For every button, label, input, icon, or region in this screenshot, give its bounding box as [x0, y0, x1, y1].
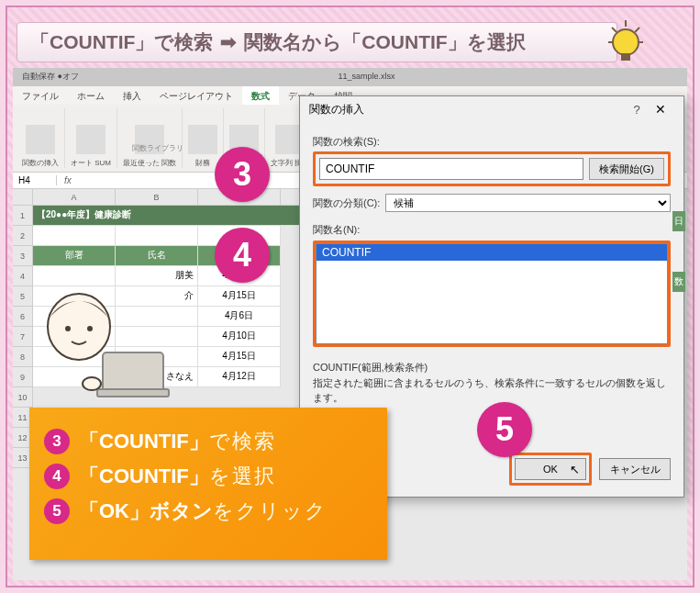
- row-1[interactable]: 1: [13, 206, 33, 226]
- ribbon-autosum[interactable]: オート SUM: [65, 108, 117, 168]
- cell-date[interactable]: 4月6日: [198, 307, 281, 327]
- ribbon-fx[interactable]: 関数の挿入: [17, 108, 65, 168]
- cell-date[interactable]: 4月10日: [198, 327, 281, 347]
- svg-point-9: [87, 326, 93, 331]
- steps-box: 3 「COUNTIF」 で検索 4 「COUNTIF」 を選択 5 「OK」ボタ…: [29, 408, 387, 560]
- arrow-icon: ➡: [220, 31, 237, 53]
- partial-header-day: 日: [672, 211, 685, 231]
- svg-point-8: [65, 326, 71, 331]
- step-line-4: 4 「COUNTIF」 を選択: [44, 463, 372, 490]
- search-input[interactable]: [319, 158, 583, 180]
- cell-reference[interactable]: H4: [13, 175, 57, 185]
- tip-part1: 「COUNTIF」で検索: [30, 29, 213, 55]
- sigma-icon: [76, 125, 106, 154]
- ribbon-library-label: 関数ライブラリ: [132, 143, 183, 153]
- function-list[interactable]: COUNTIF: [316, 243, 668, 344]
- function-description: COUNTIF(範囲,検索条件) 指定された範囲に含まれるセルのうち、検索条件に…: [313, 360, 671, 406]
- fx-icon: [26, 125, 55, 154]
- hdr-name[interactable]: 氏名: [116, 246, 198, 266]
- ok-button[interactable]: OK ↖: [515, 458, 586, 480]
- filename: 11_sample.xlsx: [338, 72, 394, 81]
- tab-home[interactable]: ホーム: [68, 86, 114, 105]
- step-line-5: 5 「OK」ボタン をクリック: [44, 498, 372, 525]
- money-icon: [188, 125, 217, 154]
- cell-date[interactable]: 4月15日: [198, 347, 281, 367]
- svg-rect-11: [97, 389, 169, 397]
- function-syntax: COUNTIF(範囲,検索条件): [313, 360, 671, 375]
- ribbon-recent[interactable]: 最近使った 関数: [117, 108, 183, 168]
- tab-insert[interactable]: 挿入: [114, 86, 150, 105]
- partial-header-count: 数: [672, 272, 685, 292]
- step-badge-4: 4: [215, 228, 270, 283]
- svg-point-7: [48, 294, 110, 360]
- svg-point-0: [613, 29, 639, 55]
- search-highlight: 検索開始(G): [313, 151, 671, 186]
- svg-rect-10: [103, 352, 163, 393]
- tip-part2: 関数名から「COUNTIF」を選択: [244, 29, 525, 55]
- step-badge-5: 5: [477, 402, 532, 457]
- svg-rect-1: [621, 53, 630, 61]
- funcname-label: 関数名(N):: [313, 223, 671, 237]
- step-badge-3: 3: [215, 147, 270, 202]
- dialog-title: 関数の挿入: [309, 102, 364, 117]
- cell-date[interactable]: 4月12日: [198, 367, 281, 387]
- cursor-icon: ↖: [570, 463, 580, 476]
- tab-file[interactable]: ファイル: [13, 86, 68, 105]
- search-label: 関数の検索(S):: [313, 135, 671, 149]
- fx-label[interactable]: fx: [57, 175, 79, 185]
- small-badge-5: 5: [44, 498, 70, 524]
- funclist-highlight: COUNTIF: [313, 241, 671, 347]
- category-label: 関数の分類(C):: [313, 196, 380, 210]
- dialog-titlebar[interactable]: 関数の挿入 ? ✕: [300, 96, 683, 122]
- tab-formulas[interactable]: 数式: [242, 86, 279, 105]
- cell-date[interactable]: 4月15日: [198, 286, 281, 307]
- help-button[interactable]: ?: [627, 103, 647, 117]
- row-2[interactable]: 2: [13, 226, 33, 246]
- ok-highlight: OK ↖: [509, 453, 592, 486]
- small-badge-4: 4: [44, 464, 70, 489]
- cancel-button[interactable]: キャンセル: [599, 458, 671, 480]
- small-badge-3: 3: [44, 429, 70, 454]
- svg-line-4: [635, 28, 639, 32]
- tab-layout[interactable]: ページレイアウト: [150, 86, 242, 105]
- row-3[interactable]: 3: [13, 246, 33, 266]
- search-start-button[interactable]: 検索開始(G): [589, 158, 664, 180]
- step-line-3: 3 「COUNTIF」 で検索: [44, 428, 372, 455]
- category-select[interactable]: 候補: [385, 194, 671, 212]
- function-help-text: 指定された範囲に含まれるセルのうち、検索条件に一致するセルの個数を返します。: [313, 375, 671, 406]
- character-illustration: [15, 281, 180, 409]
- hdr-dept[interactable]: 部署: [33, 246, 116, 266]
- lightbulb-icon: [605, 17, 647, 68]
- svg-point-12: [83, 377, 101, 390]
- autosave-label: 自動保存 ●オフ: [22, 72, 79, 81]
- col-a[interactable]: A: [33, 189, 116, 206]
- svg-line-3: [612, 28, 617, 32]
- header-tip: 「COUNTIF」で検索 ➡ 関数名から「COUNTIF」を選択: [17, 22, 617, 62]
- excel-titlebar: 自動保存 ●オフ 11_sample.xlsx: [13, 68, 687, 86]
- col-b[interactable]: B: [116, 189, 198, 206]
- close-button[interactable]: ✕: [647, 102, 674, 117]
- function-list-item-selected[interactable]: COUNTIF: [317, 244, 667, 261]
